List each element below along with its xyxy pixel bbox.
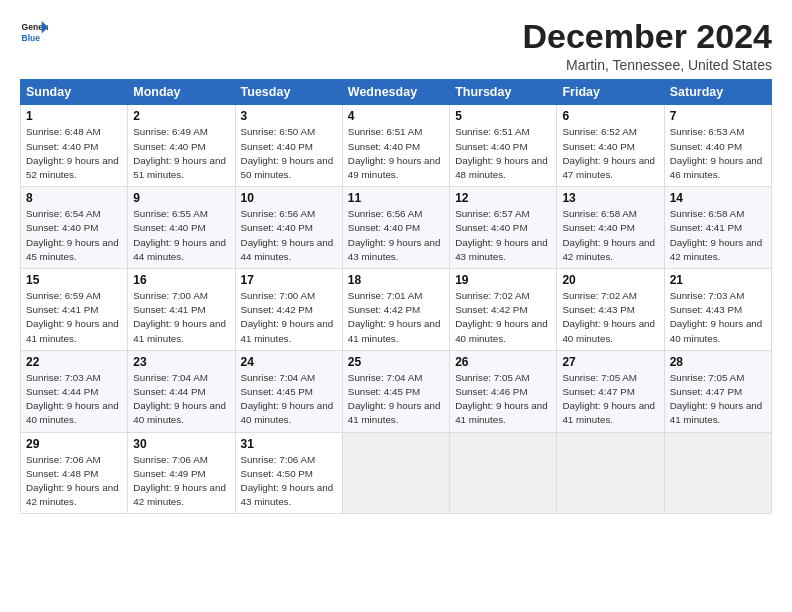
day-info: Sunrise: 7:04 AMSunset: 4:44 PMDaylight:…	[133, 371, 229, 428]
calendar-cell: 28Sunrise: 7:05 AMSunset: 4:47 PMDayligh…	[664, 350, 771, 432]
calendar-cell: 27Sunrise: 7:05 AMSunset: 4:47 PMDayligh…	[557, 350, 664, 432]
calendar-cell: 31Sunrise: 7:06 AMSunset: 4:50 PMDayligh…	[235, 432, 342, 514]
day-info: Sunrise: 6:52 AMSunset: 4:40 PMDaylight:…	[562, 125, 658, 182]
day-header-sunday: Sunday	[21, 80, 128, 105]
day-number: 22	[26, 355, 122, 369]
calendar-cell: 20Sunrise: 7:02 AMSunset: 4:43 PMDayligh…	[557, 269, 664, 351]
calendar-table: SundayMondayTuesdayWednesdayThursdayFrid…	[20, 79, 772, 514]
day-number: 16	[133, 273, 229, 287]
calendar-cell: 19Sunrise: 7:02 AMSunset: 4:42 PMDayligh…	[450, 269, 557, 351]
day-number: 9	[133, 191, 229, 205]
header-row: SundayMondayTuesdayWednesdayThursdayFrid…	[21, 80, 772, 105]
calendar-cell: 29Sunrise: 7:06 AMSunset: 4:48 PMDayligh…	[21, 432, 128, 514]
day-number: 14	[670, 191, 766, 205]
day-info: Sunrise: 6:58 AMSunset: 4:40 PMDaylight:…	[562, 207, 658, 264]
day-info: Sunrise: 6:55 AMSunset: 4:40 PMDaylight:…	[133, 207, 229, 264]
day-number: 27	[562, 355, 658, 369]
logo: General Blue	[20, 18, 48, 46]
day-number: 6	[562, 109, 658, 123]
title-block: December 2024 Martin, Tennessee, United …	[522, 18, 772, 73]
day-info: Sunrise: 7:03 AMSunset: 4:44 PMDaylight:…	[26, 371, 122, 428]
day-info: Sunrise: 6:57 AMSunset: 4:40 PMDaylight:…	[455, 207, 551, 264]
day-header-tuesday: Tuesday	[235, 80, 342, 105]
week-row-5: 29Sunrise: 7:06 AMSunset: 4:48 PMDayligh…	[21, 432, 772, 514]
day-header-saturday: Saturday	[664, 80, 771, 105]
day-info: Sunrise: 6:59 AMSunset: 4:41 PMDaylight:…	[26, 289, 122, 346]
day-info: Sunrise: 7:05 AMSunset: 4:47 PMDaylight:…	[562, 371, 658, 428]
day-number: 7	[670, 109, 766, 123]
calendar-cell: 1Sunrise: 6:48 AMSunset: 4:40 PMDaylight…	[21, 105, 128, 187]
day-info: Sunrise: 7:02 AMSunset: 4:43 PMDaylight:…	[562, 289, 658, 346]
day-number: 30	[133, 437, 229, 451]
day-info: Sunrise: 7:01 AMSunset: 4:42 PMDaylight:…	[348, 289, 444, 346]
calendar-cell: 15Sunrise: 6:59 AMSunset: 4:41 PMDayligh…	[21, 269, 128, 351]
day-number: 18	[348, 273, 444, 287]
day-info: Sunrise: 7:03 AMSunset: 4:43 PMDaylight:…	[670, 289, 766, 346]
day-number: 2	[133, 109, 229, 123]
calendar-cell: 17Sunrise: 7:00 AMSunset: 4:42 PMDayligh…	[235, 269, 342, 351]
calendar-cell: 10Sunrise: 6:56 AMSunset: 4:40 PMDayligh…	[235, 187, 342, 269]
calendar-cell	[450, 432, 557, 514]
day-number: 11	[348, 191, 444, 205]
day-number: 21	[670, 273, 766, 287]
day-number: 28	[670, 355, 766, 369]
day-info: Sunrise: 7:06 AMSunset: 4:48 PMDaylight:…	[26, 453, 122, 510]
calendar-cell: 3Sunrise: 6:50 AMSunset: 4:40 PMDaylight…	[235, 105, 342, 187]
day-info: Sunrise: 6:56 AMSunset: 4:40 PMDaylight:…	[348, 207, 444, 264]
location: Martin, Tennessee, United States	[522, 57, 772, 73]
day-info: Sunrise: 7:04 AMSunset: 4:45 PMDaylight:…	[241, 371, 337, 428]
calendar-cell: 7Sunrise: 6:53 AMSunset: 4:40 PMDaylight…	[664, 105, 771, 187]
day-info: Sunrise: 6:53 AMSunset: 4:40 PMDaylight:…	[670, 125, 766, 182]
day-info: Sunrise: 6:50 AMSunset: 4:40 PMDaylight:…	[241, 125, 337, 182]
day-number: 13	[562, 191, 658, 205]
month-title: December 2024	[522, 18, 772, 55]
day-number: 31	[241, 437, 337, 451]
day-info: Sunrise: 7:06 AMSunset: 4:49 PMDaylight:…	[133, 453, 229, 510]
day-info: Sunrise: 6:48 AMSunset: 4:40 PMDaylight:…	[26, 125, 122, 182]
day-number: 5	[455, 109, 551, 123]
svg-text:Blue: Blue	[22, 33, 41, 43]
calendar-cell: 5Sunrise: 6:51 AMSunset: 4:40 PMDaylight…	[450, 105, 557, 187]
calendar-cell: 25Sunrise: 7:04 AMSunset: 4:45 PMDayligh…	[342, 350, 449, 432]
day-number: 15	[26, 273, 122, 287]
calendar-cell	[664, 432, 771, 514]
day-number: 20	[562, 273, 658, 287]
day-number: 8	[26, 191, 122, 205]
day-info: Sunrise: 7:05 AMSunset: 4:46 PMDaylight:…	[455, 371, 551, 428]
day-header-wednesday: Wednesday	[342, 80, 449, 105]
calendar-cell: 12Sunrise: 6:57 AMSunset: 4:40 PMDayligh…	[450, 187, 557, 269]
calendar-cell: 8Sunrise: 6:54 AMSunset: 4:40 PMDaylight…	[21, 187, 128, 269]
calendar-cell: 22Sunrise: 7:03 AMSunset: 4:44 PMDayligh…	[21, 350, 128, 432]
day-number: 1	[26, 109, 122, 123]
day-number: 10	[241, 191, 337, 205]
day-number: 3	[241, 109, 337, 123]
day-header-friday: Friday	[557, 80, 664, 105]
logo-icon: General Blue	[20, 18, 48, 46]
day-info: Sunrise: 6:49 AMSunset: 4:40 PMDaylight:…	[133, 125, 229, 182]
day-info: Sunrise: 6:58 AMSunset: 4:41 PMDaylight:…	[670, 207, 766, 264]
calendar-cell: 14Sunrise: 6:58 AMSunset: 4:41 PMDayligh…	[664, 187, 771, 269]
calendar-cell: 13Sunrise: 6:58 AMSunset: 4:40 PMDayligh…	[557, 187, 664, 269]
day-number: 25	[348, 355, 444, 369]
calendar-cell: 16Sunrise: 7:00 AMSunset: 4:41 PMDayligh…	[128, 269, 235, 351]
day-number: 4	[348, 109, 444, 123]
day-header-thursday: Thursday	[450, 80, 557, 105]
calendar-cell: 21Sunrise: 7:03 AMSunset: 4:43 PMDayligh…	[664, 269, 771, 351]
week-row-4: 22Sunrise: 7:03 AMSunset: 4:44 PMDayligh…	[21, 350, 772, 432]
day-info: Sunrise: 6:54 AMSunset: 4:40 PMDaylight:…	[26, 207, 122, 264]
calendar-cell: 4Sunrise: 6:51 AMSunset: 4:40 PMDaylight…	[342, 105, 449, 187]
calendar-cell: 26Sunrise: 7:05 AMSunset: 4:46 PMDayligh…	[450, 350, 557, 432]
calendar-cell: 18Sunrise: 7:01 AMSunset: 4:42 PMDayligh…	[342, 269, 449, 351]
calendar-cell: 23Sunrise: 7:04 AMSunset: 4:44 PMDayligh…	[128, 350, 235, 432]
calendar-cell	[342, 432, 449, 514]
day-number: 12	[455, 191, 551, 205]
day-info: Sunrise: 7:00 AMSunset: 4:42 PMDaylight:…	[241, 289, 337, 346]
day-number: 24	[241, 355, 337, 369]
week-row-2: 8Sunrise: 6:54 AMSunset: 4:40 PMDaylight…	[21, 187, 772, 269]
day-header-monday: Monday	[128, 80, 235, 105]
calendar-cell: 24Sunrise: 7:04 AMSunset: 4:45 PMDayligh…	[235, 350, 342, 432]
day-number: 17	[241, 273, 337, 287]
calendar-cell: 11Sunrise: 6:56 AMSunset: 4:40 PMDayligh…	[342, 187, 449, 269]
week-row-3: 15Sunrise: 6:59 AMSunset: 4:41 PMDayligh…	[21, 269, 772, 351]
day-info: Sunrise: 6:56 AMSunset: 4:40 PMDaylight:…	[241, 207, 337, 264]
